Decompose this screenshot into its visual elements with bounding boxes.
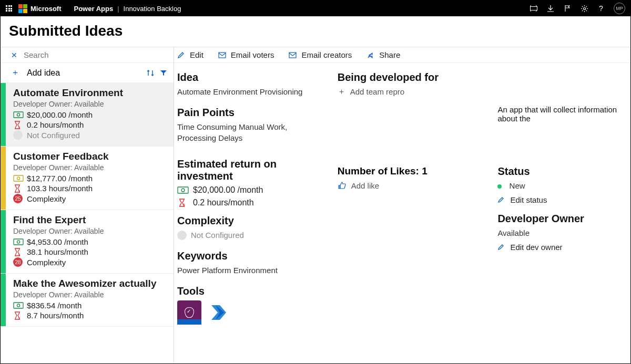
pencil-icon: [497, 196, 505, 203]
email-voters-button[interactable]: Email voters: [218, 50, 274, 59]
pencil-icon: [177, 51, 186, 59]
card-hours: $ 8.7 hours/month: [13, 311, 167, 320]
mail-icon: [218, 52, 227, 58]
hourglass-icon: $: [177, 198, 189, 207]
add-idea-label[interactable]: Add idea: [27, 68, 60, 78]
complexity-value: Not Configured: [177, 230, 325, 241]
ideas-list-panel: ✕ ＋ Add idea Automate Environment Develo…: [1, 47, 174, 363]
idea-value: Automate Environment Provisioning: [177, 87, 325, 97]
svg-point-9: [17, 177, 19, 180]
pencil-icon: [497, 244, 505, 251]
card-title: Customer Feedback: [13, 151, 167, 162]
card-title: Find the Expert: [13, 214, 167, 226]
brand-name: Microsoft: [30, 5, 62, 13]
card-hours: $ 38.1 hours/month: [13, 247, 167, 256]
money-icon: [13, 175, 23, 182]
complexity-badge: 28: [13, 257, 23, 267]
money-icon: [177, 186, 189, 194]
card-complexity-label: Not Configured: [27, 131, 80, 140]
page-title: Submitted Ideas: [1, 16, 630, 47]
download-icon[interactable]: [546, 4, 555, 13]
hourglass-icon: $: [13, 121, 23, 129]
card-complexity: 25 Complexity: [13, 194, 167, 203]
card-complexity: Not Configured: [13, 130, 167, 140]
add-icon[interactable]: ＋: [11, 67, 19, 78]
breadcrumb-sep: |: [117, 5, 119, 13]
shield-icon: [185, 307, 194, 318]
edit-button[interactable]: Edit: [177, 50, 203, 59]
svg-point-12: [17, 241, 19, 243]
svg-rect-11: [14, 239, 23, 245]
idea-card[interactable]: Customer Feedback Developer Owner: Avail…: [1, 147, 174, 210]
likes-heading: Number of Likes: 1: [338, 165, 485, 177]
svg-rect-18: [289, 53, 296, 58]
filter-icon[interactable]: [160, 69, 167, 77]
svg-rect-8: [14, 175, 23, 181]
add-idea-row: ＋ Add idea: [1, 63, 174, 83]
svg-rect-17: [219, 53, 226, 58]
help-icon[interactable]: ?: [597, 4, 605, 13]
svg-rect-14: [14, 303, 23, 308]
roi-hours: $ 0.2 hours/month: [177, 198, 325, 207]
settings-icon[interactable]: [580, 4, 588, 13]
flag-icon[interactable]: [563, 4, 572, 13]
card-complexity: 28 Complexity: [13, 257, 167, 267]
svg-rect-1: [530, 10, 537, 11]
money-icon: [13, 238, 23, 245]
card-stripe: [1, 83, 6, 146]
detail-panel: Edit Email voters Email creators Share: [174, 47, 630, 363]
card-stripe: [1, 210, 6, 273]
complexity-badge: [13, 130, 23, 140]
svg-point-6: [17, 113, 19, 116]
idea-heading: Idea: [177, 71, 325, 84]
app-launcher-icon[interactable]: [6, 5, 12, 12]
complexity-badge: [177, 231, 187, 240]
card-complexity-label: Complexity: [27, 258, 66, 267]
card-cost: $836.54 /month: [13, 301, 167, 310]
card-stripe: [1, 274, 6, 326]
tool-tile-power-automate[interactable]: [207, 300, 231, 325]
global-header: Microsoft Power Apps | Innovation Backlo…: [1, 1, 630, 16]
email-creators-button[interactable]: Email creators: [289, 50, 352, 59]
power-automate-icon: [209, 303, 228, 322]
idea-card[interactable]: Automate Environment Developer Owner: Av…: [1, 83, 174, 147]
complexity-heading: Complexity: [177, 215, 325, 227]
sort-icon[interactable]: [146, 69, 155, 77]
add-like-button[interactable]: Add like: [338, 181, 485, 190]
svg-rect-5: [14, 112, 23, 118]
svg-rect-3: [537, 6, 537, 11]
money-icon: [13, 111, 23, 118]
card-stripe: [1, 147, 6, 210]
tools-row: [177, 300, 325, 325]
environment-icon[interactable]: [530, 4, 538, 13]
svg-rect-0: [530, 6, 537, 7]
search-row: ✕: [1, 47, 174, 63]
svg-text:$: $: [18, 317, 21, 320]
user-avatar[interactable]: MP: [614, 3, 625, 14]
status-dot-icon: [497, 184, 502, 189]
plus-icon: ＋: [338, 87, 345, 97]
svg-point-15: [17, 304, 19, 307]
dev-owner-value: Available: [497, 228, 630, 238]
clear-search-icon[interactable]: ✕: [11, 51, 17, 59]
app-name[interactable]: Power Apps: [74, 5, 114, 13]
tool-tile-security[interactable]: [177, 300, 201, 325]
edit-status-button[interactable]: Edit status: [497, 195, 630, 204]
keywords-heading: Keywords: [177, 250, 325, 262]
status-value: New: [497, 181, 630, 191]
card-owner: Developer Owner: Available: [13, 163, 167, 172]
share-button[interactable]: Share: [367, 50, 400, 59]
card-complexity-label: Complexity: [27, 194, 66, 203]
app-sub-name[interactable]: Innovation Backlog: [124, 5, 181, 13]
edit-dev-owner-button[interactable]: Edit dev owner: [497, 243, 630, 252]
svg-rect-19: [178, 187, 188, 193]
add-team-button[interactable]: ＋ Add team repro: [338, 87, 485, 97]
complexity-badge: 25: [13, 194, 23, 203]
mail-icon: [289, 52, 297, 58]
hourglass-icon: $: [13, 311, 23, 320]
card-owner: Developer Owner: Available: [13, 290, 167, 299]
idea-card[interactable]: Make the Awesomizer actually Developer O…: [1, 274, 174, 327]
card-cost: $20,000.00 /month: [13, 110, 167, 119]
idea-card[interactable]: Find the Expert Developer Owner: Availab…: [1, 210, 174, 274]
search-input[interactable]: [24, 50, 167, 59]
